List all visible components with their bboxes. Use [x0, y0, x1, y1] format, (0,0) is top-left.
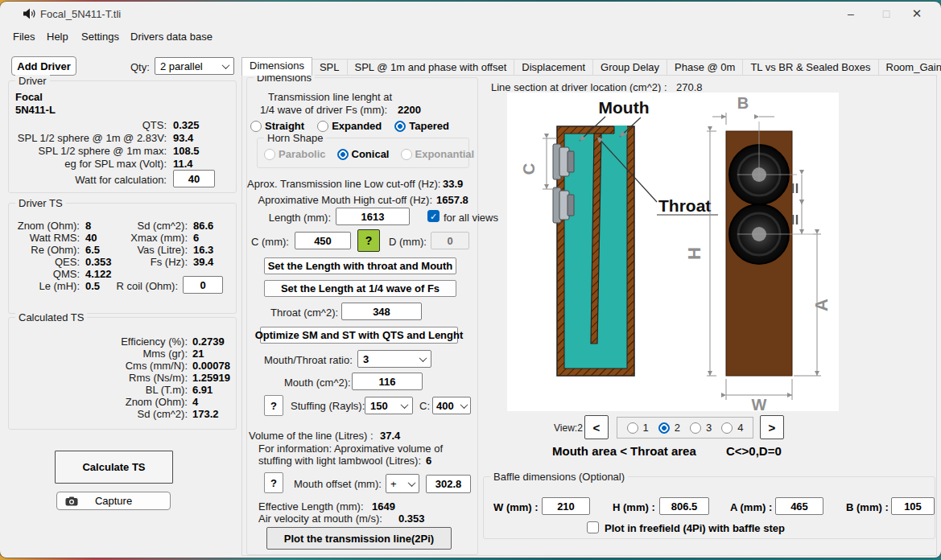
throat-label: Throat: [658, 196, 711, 215]
watt-for-calculation-input[interactable]: [173, 170, 215, 187]
baffle-w-input[interactable]: [542, 497, 590, 515]
volume-value: 37.4: [380, 430, 400, 442]
mouth-throat-ratio-select[interactable]: 3: [357, 350, 431, 368]
horn-parabolic-radio[interactable]: [264, 149, 275, 160]
menu-help[interactable]: Help: [47, 31, 68, 43]
view-3-radio[interactable]: [690, 422, 701, 434]
shape-straight-radio[interactable]: [250, 121, 262, 132]
tab-spl-1m-phase-offset[interactable]: SPL @ 1m and phase with offset: [347, 59, 515, 76]
length-input[interactable]: [336, 208, 410, 225]
baffle-h-input[interactable]: [659, 497, 709, 515]
view-2-radio[interactable]: [658, 422, 670, 434]
calculate-ts-button[interactable]: Calculate TS: [55, 451, 173, 484]
plot-transmission-line-button[interactable]: Plot the transmission line(2Pi): [266, 527, 452, 550]
horn-conical-radio[interactable]: [337, 149, 349, 160]
watt-for-calculation-label: Watt for calculation:: [9, 174, 167, 186]
mouth-throat-note: Mouth area < Throat area: [552, 444, 696, 458]
driver-row-value: 93.4: [173, 132, 193, 144]
view-3-label[interactable]: 3: [706, 422, 712, 434]
qty-select[interactable]: 2 parallel: [155, 57, 234, 75]
window-title: Focal_5N411-T.tli: [40, 8, 121, 20]
a-dim-label: A: [811, 299, 832, 311]
stuffing-info-line2: stuffing with light lambwool (Litres):: [258, 455, 421, 467]
capture-button[interactable]: Capture: [56, 492, 171, 510]
offset-sign-select[interactable]: +: [386, 474, 419, 493]
view-4-radio[interactable]: [721, 422, 733, 434]
b-dim-label: B: [737, 94, 749, 112]
c-dim-label: C: [520, 163, 538, 175]
shape-expanded-label[interactable]: Expanded: [332, 120, 382, 132]
for-all-views-label[interactable]: for all views: [444, 212, 498, 224]
baffle-group-title: Baffle dimensions (Optional): [490, 471, 628, 483]
shape-tapered-label[interactable]: Tapered: [409, 120, 449, 132]
menu-settings[interactable]: Settings: [81, 31, 119, 43]
shape-expanded-radio[interactable]: [317, 121, 328, 132]
view-4-label[interactable]: 4: [737, 422, 743, 434]
set-length-throat-mouth-button[interactable]: Set the Length with throat and Mouth: [264, 257, 456, 274]
tab-room-gain[interactable]: Room_Gain: [878, 59, 941, 76]
mouth-throat-ratio-value: 3: [363, 353, 369, 365]
effective-length-value: 1649: [372, 500, 395, 513]
stuffing-help-button[interactable]: ?: [264, 395, 283, 416]
tab-spl[interactable]: SPL: [312, 59, 348, 76]
for-all-views-checkbox[interactable]: ✓: [427, 210, 440, 222]
freefield-checkbox[interactable]: [587, 521, 599, 533]
stuffing-select[interactable]: 150: [365, 397, 413, 414]
view-2-label[interactable]: 2: [675, 422, 680, 434]
c-speed-select[interactable]: 400: [432, 397, 471, 414]
horn-exponantial-radio[interactable]: [401, 149, 412, 160]
horn-conical-label[interactable]: Conical: [352, 148, 390, 160]
horn-parabolic-label[interactable]: Parabolic: [279, 148, 326, 160]
effective-length-label: Effective Length (mm):: [258, 500, 364, 513]
horn-exponantial-label[interactable]: Exponantial: [415, 148, 475, 160]
view-1-radio[interactable]: [627, 422, 638, 434]
ts-value: 6.5: [85, 244, 100, 256]
shape-straight-label[interactable]: Straight: [265, 120, 304, 132]
capture-label: Capture: [95, 495, 132, 507]
view-prev-button[interactable]: <: [584, 415, 609, 439]
view-1-label[interactable]: 1: [643, 422, 649, 434]
baffle-b-input[interactable]: [891, 497, 935, 515]
speaker-icon: [23, 7, 36, 20]
cts-value: 1.25919: [192, 372, 230, 384]
chevron-down-icon: [419, 354, 427, 362]
menu-files[interactable]: Files: [13, 31, 35, 43]
driver-row-label: QTS:: [9, 119, 167, 131]
set-length-quarter-wave-button[interactable]: Set the Length at 1/4 wave of Fs: [264, 280, 456, 297]
add-driver-button[interactable]: Add Driver: [11, 56, 76, 76]
tab-phase-0m[interactable]: Phase @ 0m: [667, 59, 743, 76]
ts-value: 0.353: [85, 256, 112, 268]
shape-tapered-radio[interactable]: [394, 121, 406, 132]
mouth-throat-ratio-label: Mouth/Throat ratio:: [264, 354, 353, 366]
menu-drivers-database[interactable]: Drivers data base: [130, 31, 213, 43]
c-help-button[interactable]: ?: [357, 229, 380, 252]
tab-group-delay[interactable]: Group Delay: [592, 59, 667, 76]
tab-dimensions[interactable]: Dimensions: [241, 57, 312, 76]
ts-label: Le (mH):: [9, 280, 80, 292]
length-label: Length (mm):: [247, 212, 331, 224]
tab-tl-vs-br-sealed[interactable]: TL vs BR & Sealed Boxes: [742, 59, 878, 76]
mouth-offset-input[interactable]: [426, 475, 471, 493]
throat-input[interactable]: [341, 303, 422, 320]
qty-value: 2 parallel: [160, 60, 203, 72]
driver-row-value: 0.325: [173, 119, 200, 131]
c-mm-input[interactable]: [295, 232, 351, 249]
minimize-button[interactable]: –: [833, 2, 869, 26]
tl-length-label-2: 1/4 wave of driver Fs (mm):: [260, 104, 387, 116]
optimize-button[interactable]: Optimize SM and ST with QTS and Lenght: [260, 327, 458, 344]
chevron-down-icon: [408, 479, 416, 487]
view-next-button[interactable]: >: [760, 415, 784, 439]
tab-displacement[interactable]: Displacement: [514, 59, 593, 76]
close-button[interactable]: ✕: [899, 2, 935, 26]
mouth-area-input[interactable]: [352, 373, 423, 390]
freefield-label[interactable]: Plot in freefield (4Pi) with baffle step: [605, 522, 785, 534]
baffle-a-input[interactable]: [775, 497, 823, 515]
rcoil-input[interactable]: [183, 276, 223, 294]
ts-value: 8: [85, 220, 91, 232]
ts-label: Watt RMS:: [9, 232, 80, 244]
cts-label: Cms (mm/N):: [9, 360, 188, 372]
rcoil-label: R coil (Ohm):: [105, 280, 178, 292]
ts-label: Re (Ohm):: [9, 244, 80, 256]
stuffing-label: Stuffing (Rayls):: [291, 400, 365, 412]
offset-help-button[interactable]: ?: [264, 472, 283, 493]
